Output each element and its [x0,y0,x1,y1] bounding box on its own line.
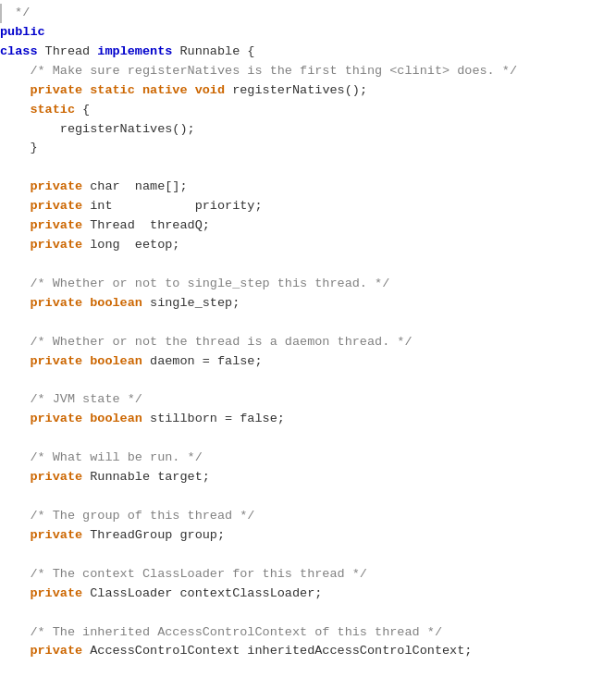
code-line [0,546,616,565]
code-line: static { [0,101,616,120]
code-token [0,410,30,429]
code-token [0,352,30,372]
code-token: native [142,81,195,101]
code-token: /* Whether or not to single_step this th… [30,275,389,294]
code-token: private [30,236,90,255]
code-token: /* What will be run. */ [30,449,202,468]
code-token: long eetop; [90,236,179,255]
code-token [0,333,30,352]
code-token [0,507,30,526]
code-token: registerNatives(); [232,81,367,101]
code-line: private ClassLoader contextClassLoader; [0,585,616,604]
code-token [0,197,30,216]
code-token: private [30,81,90,101]
code-token: static [30,101,75,120]
code-line: */ [0,4,616,23]
code-token: private [30,468,90,487]
code-token: boolean [90,294,150,314]
code-token: boolean [90,410,150,429]
code-line: /* Make sure registerNatives is the firs… [0,62,616,81]
code-token: registerNatives(); [0,120,195,140]
code-line: private boolean stillborn = false; [0,410,616,429]
code-line: private char name[]; [0,178,616,197]
code-token: /* Make sure registerNatives is the firs… [30,62,517,81]
code-line: private boolean single_step; [0,294,616,314]
code-line [0,314,616,333]
code-token [0,585,30,604]
code-token: /* The context ClassLoader for this thre… [30,565,367,585]
code-token: private [30,410,90,429]
code-token: static [90,81,142,101]
code-token: private [30,352,90,372]
code-token: private [30,585,90,604]
code-line: private boolean daemon = false; [0,352,616,372]
code-line: private AccessControlContext inheritedAc… [0,642,616,661]
code-token: */ [7,4,30,23]
code-line [0,158,616,178]
code-token [0,526,30,546]
code-line [0,429,616,449]
code-token: private [30,642,90,661]
code-token: private [30,197,90,216]
code-token [0,390,30,410]
code-line: /* What will be run. */ [0,449,616,468]
code-token [0,236,30,255]
code-token [0,565,30,585]
code-token: { [75,101,90,120]
code-token: stillborn = false; [150,410,285,429]
code-token [0,642,30,661]
code-token: char name[]; [90,178,187,197]
code-token: ClassLoader contextClassLoader; [90,585,322,604]
code-token: Runnable target; [90,468,210,487]
code-token: int priority; [90,197,262,216]
code-token: Runnable { [179,43,254,62]
code-line [0,487,616,507]
code-token [0,216,30,236]
code-line: class Thread implements Runnable { [0,43,616,62]
code-editor: */publicclass Thread implements Runnable… [0,0,616,677]
code-token: private [30,178,90,197]
code-token [0,468,30,487]
code-token: public [0,23,45,43]
code-line [0,255,616,275]
code-line: /* The group of this thread */ [0,507,616,526]
code-line: /* Whether or not to single_step this th… [0,275,616,294]
code-token [0,62,30,81]
code-line: public [0,23,616,43]
code-line: private int priority; [0,197,616,216]
code-token: daemon = false; [150,352,263,372]
code-line: private Runnable target; [0,468,616,487]
code-line: /* The context ClassLoader for this thre… [0,565,616,585]
code-token: /* The group of this thread */ [30,507,254,526]
code-token: void [195,81,233,101]
code-token: boolean [90,352,150,372]
code-token: implements [97,43,179,62]
code-token: } [0,139,38,158]
code-token [0,101,30,120]
code-token [0,623,30,643]
code-token [0,275,30,294]
code-token [0,449,30,468]
code-token [0,178,30,197]
code-token: single_step; [150,294,240,314]
code-token: class [0,43,45,62]
code-line: private ThreadGroup group; [0,526,616,546]
code-line: /* JVM state */ [0,390,616,410]
code-line: registerNatives(); [0,120,616,140]
code-line: /* Whether or not the thread is a daemon… [0,333,616,352]
code-token: /* JVM state */ [30,390,142,410]
code-line: private long eetop; [0,236,616,255]
code-line: private Thread threadQ; [0,216,616,236]
code-token: /* Whether or not the thread is a daemon… [30,333,412,352]
code-token: private [30,216,90,236]
code-token: AccessControlContext inheritedAccessCont… [90,642,472,661]
code-token: private [30,294,90,314]
code-token [0,294,30,314]
code-token: Thread threadQ; [90,216,210,236]
code-token: ThreadGroup group; [90,526,225,546]
code-token: /* The inherited AccessControlContext of… [30,623,442,643]
code-line [0,604,616,623]
code-token: private [30,526,90,546]
code-token: Thread [45,43,98,62]
code-line: private static native void registerNativ… [0,81,616,101]
